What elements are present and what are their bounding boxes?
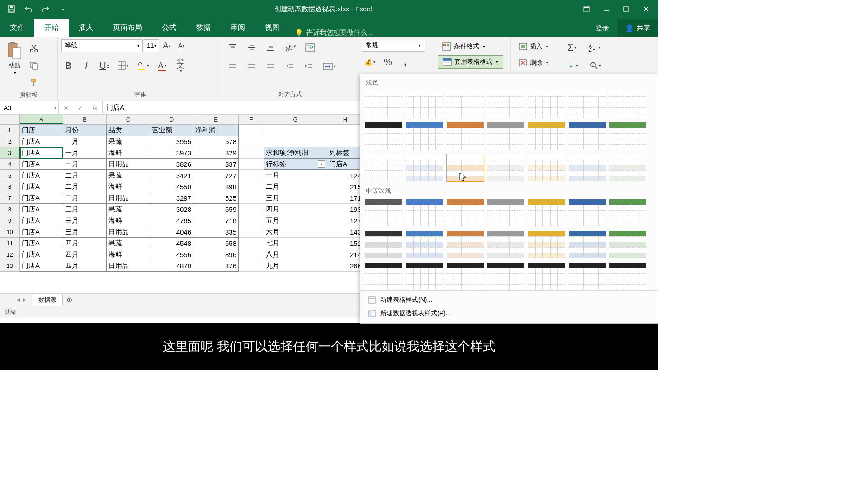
cell[interactable]: 4548 (150, 238, 193, 249)
table-style-thumbnail[interactable] (365, 199, 403, 227)
cell[interactable]: 337 (193, 159, 239, 170)
ribbon-options-icon[interactable] (577, 2, 596, 16)
table-style-thumbnail[interactable] (446, 122, 484, 150)
cell[interactable]: 海鲜 (107, 147, 150, 159)
table-style-thumbnail[interactable] (609, 199, 647, 227)
cell[interactable]: 四月 (63, 249, 107, 260)
align-top-icon[interactable] (226, 41, 240, 54)
cell[interactable] (239, 238, 264, 249)
sheet-tab-datasource[interactable]: 数据源 (32, 294, 63, 306)
decrease-indent-icon[interactable] (283, 60, 297, 73)
italic-button[interactable]: I (80, 59, 93, 72)
cell[interactable]: 658 (193, 238, 239, 249)
cell[interactable] (239, 249, 264, 260)
cell[interactable]: 门店A (20, 204, 63, 215)
cell[interactable]: 4046 (150, 226, 193, 238)
tab-page-layout[interactable]: 页面布局 (103, 19, 152, 37)
table-style-thumbnail[interactable] (365, 154, 403, 182)
select-all-corner[interactable] (0, 115, 20, 124)
cell[interactable]: 门店 (20, 125, 63, 136)
column-header[interactable]: B (63, 115, 107, 124)
table-style-thumbnail[interactable] (406, 199, 443, 227)
cut-icon[interactable] (27, 42, 41, 55)
phonetic-button[interactable]: wén文▾ (174, 59, 187, 72)
cell[interactable]: 门店A (20, 215, 63, 226)
table-style-thumbnail[interactable] (487, 262, 525, 290)
cell[interactable]: 三月 (264, 192, 327, 204)
share-button[interactable]: 👤 共享 (617, 19, 658, 37)
find-select-button[interactable]: ▾ (588, 59, 603, 72)
row-header[interactable]: 6 (0, 181, 20, 192)
merge-button[interactable]: ▾ (321, 60, 338, 73)
table-style-thumbnail[interactable] (446, 154, 484, 182)
table-style-thumbnail[interactable] (446, 90, 484, 118)
format-painter-icon[interactable] (27, 76, 41, 89)
cell[interactable]: 四月 (63, 238, 107, 249)
cell[interactable]: 266 (327, 260, 363, 272)
table-style-thumbnail[interactable] (609, 122, 647, 150)
name-box[interactable]: A3▾ (0, 101, 59, 114)
sheet-nav-next-icon[interactable]: ▶ (23, 297, 26, 303)
cell[interactable]: 4870 (150, 260, 193, 272)
cell[interactable]: 3297 (150, 192, 193, 204)
insert-function-icon[interactable]: fx (88, 104, 102, 112)
table-style-thumbnail[interactable] (609, 154, 647, 182)
cell[interactable]: 3973 (150, 147, 193, 159)
cell[interactable]: 门店A (20, 249, 63, 260)
align-left-icon[interactable] (226, 60, 240, 73)
cell[interactable]: 143 (327, 226, 363, 238)
cell[interactable]: 三月 (63, 215, 107, 226)
cell[interactable] (239, 159, 264, 170)
copy-icon[interactable] (27, 59, 41, 72)
cell[interactable]: 二月 (264, 181, 327, 192)
cell[interactable]: 4556 (150, 249, 193, 260)
cell[interactable]: 127 (327, 215, 363, 226)
new-pivot-style-menuitem[interactable]: 新建数据透视表样式(P)... (362, 307, 656, 320)
cell[interactable]: 659 (193, 204, 239, 215)
cell[interactable]: 727 (193, 170, 239, 181)
cell[interactable]: 果蔬 (107, 238, 150, 249)
cell[interactable]: 718 (193, 215, 239, 226)
formula-cancel-icon[interactable]: ✕ (59, 104, 73, 112)
cell[interactable]: 215 (327, 181, 363, 192)
cell[interactable]: 五月 (264, 215, 327, 226)
table-style-thumbnail[interactable] (568, 230, 606, 258)
column-header[interactable]: C (107, 115, 150, 124)
table-style-thumbnail[interactable] (528, 199, 566, 227)
align-center-icon[interactable] (245, 60, 259, 73)
table-style-thumbnail[interactable] (487, 230, 525, 258)
tab-insert[interactable]: 插入 (69, 19, 103, 37)
cell[interactable]: 果蔬 (107, 136, 150, 147)
table-style-thumbnail[interactable] (406, 262, 443, 290)
cell[interactable]: 行标签▾ (264, 159, 327, 170)
cell[interactable]: 4785 (150, 215, 193, 226)
cell[interactable] (264, 136, 327, 147)
cell[interactable]: 3028 (150, 204, 193, 215)
table-style-thumbnail[interactable] (528, 154, 566, 182)
cell[interactable]: 求和项:净利润 (264, 147, 327, 159)
delete-cells-button[interactable]: 删除▾ (514, 56, 553, 70)
table-style-thumbnail[interactable] (406, 230, 443, 258)
cell[interactable]: 门店A (20, 226, 63, 238)
cell[interactable]: 三月 (63, 226, 107, 238)
new-table-style-menuitem[interactable]: 新建表格样式(N)... (362, 293, 656, 307)
table-style-thumbnail[interactable] (365, 230, 403, 258)
cell[interactable]: 日用品 (107, 192, 150, 204)
percent-button[interactable]: % (381, 55, 395, 69)
cell[interactable]: 3955 (150, 136, 193, 147)
cell[interactable]: 376 (193, 260, 239, 272)
row-header[interactable]: 8 (0, 204, 20, 215)
table-style-thumbnail[interactable] (446, 199, 484, 227)
sort-filter-button[interactable]: AZ▾ (587, 41, 603, 54)
cell[interactable]: 一月 (63, 136, 107, 147)
cell[interactable]: 门店A (20, 147, 63, 159)
currency-button[interactable]: 💰▾ (362, 55, 377, 69)
cell[interactable]: 3826 (150, 159, 193, 170)
sheet-nav-prev-icon[interactable]: ◀ (16, 297, 20, 303)
column-header[interactable]: F (239, 115, 264, 124)
table-style-thumbnail[interactable] (609, 90, 647, 118)
row-header[interactable]: 13 (0, 260, 20, 272)
font-color-button[interactable]: A▾ (156, 59, 169, 72)
cell[interactable] (239, 125, 264, 136)
column-header[interactable]: E (193, 115, 239, 124)
